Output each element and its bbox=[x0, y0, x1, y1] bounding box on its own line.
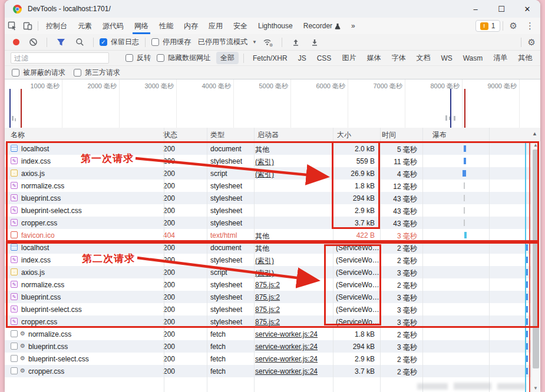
initiator-cell[interactable]: 875.js:2 bbox=[255, 293, 280, 301]
tab-性能[interactable]: 性能 bbox=[154, 18, 179, 34]
table-row[interactable]: ⚙normalize.css200fetchservice-worker.js:… bbox=[5, 328, 531, 340]
tab-安全[interactable]: 安全 bbox=[228, 18, 253, 34]
filter-chip-媒体[interactable]: 媒体 bbox=[362, 52, 385, 64]
column-header-启动器[interactable]: 启动器 bbox=[257, 130, 279, 140]
sort-ascending-icon[interactable]: ▲ bbox=[532, 131, 537, 137]
initiator-cell[interactable]: service-worker.js:24 bbox=[255, 367, 318, 376]
table-row[interactable]: ✎normalize.css200stylesheet875.js:2(Serv… bbox=[5, 278, 531, 291]
filter-chip-CSS[interactable]: CSS bbox=[313, 53, 336, 64]
network-settings-gear-icon[interactable]: ⚙ bbox=[524, 37, 540, 48]
throttling-select[interactable]: 已停用节流模式 ▼ bbox=[198, 37, 257, 47]
table-row[interactable]: favicon.ico404text/html其他422 B3 毫秒 bbox=[5, 229, 531, 241]
request-checkbox-icon[interactable] bbox=[11, 330, 18, 337]
device-toolbar-icon[interactable] bbox=[20, 19, 35, 32]
filter-chip-全部[interactable]: 全部 bbox=[216, 52, 239, 64]
waterfall-bar bbox=[464, 207, 465, 214]
filter-input[interactable] bbox=[11, 52, 109, 64]
scroll-up-icon[interactable]: ▲ bbox=[531, 141, 540, 149]
column-header-瀑布[interactable]: 瀑布 bbox=[432, 130, 447, 140]
vertical-scrollbar[interactable]: ▲ ▼ bbox=[531, 141, 540, 392]
filter-chip-清单[interactable]: 清单 bbox=[489, 52, 511, 64]
tab-控制台[interactable]: 控制台 bbox=[41, 18, 72, 34]
filter-chip-Fetch/XHR[interactable]: Fetch/XHR bbox=[249, 53, 292, 64]
window-title: DevTools - localhost:1701/ bbox=[28, 5, 111, 13]
tab-Recorder[interactable]: Recorder bbox=[298, 18, 346, 34]
preserve-log-toggle[interactable]: ✓ 保留日志 bbox=[100, 37, 139, 47]
table-row[interactable]: ⚙blueprint.css200fetchservice-worker.js:… bbox=[5, 340, 531, 353]
table-row[interactable]: ✎blueprint.css200stylesheet294 kB43 毫秒 bbox=[5, 192, 531, 204]
clear-icon[interactable] bbox=[25, 36, 41, 49]
column-header-名称[interactable]: 名称 bbox=[11, 130, 25, 140]
third-party-toggle[interactable]: 第三方请求 bbox=[74, 68, 120, 78]
request-type-chips: 全部Fetch/XHRJSCSS图片媒体字体文档WSWasm清单其他 bbox=[216, 52, 536, 64]
table-row[interactable]: ⚙cropper.css200fetchservice-worker.js:24… bbox=[5, 365, 531, 377]
tab-网络[interactable]: 网络 bbox=[129, 18, 154, 34]
request-checkbox-icon[interactable] bbox=[11, 343, 18, 350]
overview-activity-blip bbox=[445, 115, 447, 121]
initiator-cell[interactable]: service-worker.js:24 bbox=[255, 343, 318, 351]
tab-应用[interactable]: 应用 bbox=[203, 18, 228, 34]
filter-chip-WS[interactable]: WS bbox=[437, 53, 456, 64]
hide-data-urls-toggle[interactable]: 隐藏数据网址 bbox=[157, 53, 210, 63]
initiator-cell[interactable]: 875.js:2 bbox=[255, 281, 280, 289]
scroll-down-icon[interactable]: ▼ bbox=[531, 384, 540, 392]
initiator-cell[interactable]: (索引) bbox=[255, 268, 274, 278]
filter-chip-文档[interactable]: 文档 bbox=[412, 52, 434, 64]
table-row[interactable]: ⚙blueprint-select.css200fetchservice-wor… bbox=[5, 353, 531, 365]
initiator-cell[interactable]: service-worker.js:24 bbox=[255, 330, 318, 338]
column-header-类型[interactable]: 类型 bbox=[210, 130, 224, 140]
status-cell: 200 bbox=[163, 157, 175, 165]
more-tabs-button[interactable]: » bbox=[346, 18, 361, 34]
initiator-cell[interactable]: service-worker.js:24 bbox=[255, 355, 318, 363]
filter-funnel-icon[interactable] bbox=[53, 36, 68, 49]
search-icon[interactable] bbox=[72, 36, 87, 49]
filter-bar: 反转 隐藏数据网址 全部Fetch/XHRJSCSS图片媒体字体文档WSWasm… bbox=[5, 51, 540, 66]
table-row[interactable]: ·axios.js200script(索引)26.9 kB4 毫秒 bbox=[5, 167, 531, 180]
scrollbar-thumb[interactable] bbox=[533, 150, 539, 368]
blocked-requests-toggle[interactable]: 被屏蔽的请求 bbox=[12, 68, 65, 78]
record-button[interactable] bbox=[13, 39, 19, 45]
filter-chip-Wasm[interactable]: Wasm bbox=[459, 53, 487, 64]
tab-内存[interactable]: 内存 bbox=[179, 18, 203, 34]
initiator-cell[interactable]: (索引) bbox=[255, 157, 274, 167]
filter-chip-JS[interactable]: JS bbox=[294, 53, 311, 64]
filter-chip-其他[interactable]: 其他 bbox=[514, 52, 536, 64]
column-header-大小[interactable]: 大小 bbox=[337, 130, 351, 140]
column-header-状态[interactable]: 状态 bbox=[163, 130, 177, 140]
tab-label: 内存 bbox=[184, 21, 198, 31]
network-overview-timeline[interactable]: 1000 毫秒2000 毫秒3000 毫秒4000 毫秒5000 毫秒6000 … bbox=[5, 79, 540, 128]
table-row[interactable]: ✎blueprint-select.css200stylesheet875.js… bbox=[5, 303, 531, 315]
minimize-button[interactable]: – bbox=[463, 0, 488, 18]
document-file-icon bbox=[11, 244, 18, 251]
table-row[interactable]: ✎normalize.css200stylesheet1.8 kB12 毫秒 bbox=[5, 180, 531, 192]
tab-元素[interactable]: 元素 bbox=[72, 18, 97, 34]
filter-chip-图片[interactable]: 图片 bbox=[338, 52, 360, 64]
request-checkbox-icon[interactable] bbox=[11, 355, 18, 362]
table-row[interactable]: ·axios.js200script(索引)(ServiceWo…3 毫秒 bbox=[5, 266, 531, 278]
settings-gear-icon[interactable]: ⚙ bbox=[506, 21, 521, 31]
table-row[interactable]: ✎cropper.css200stylesheet875.js:2(Servic… bbox=[5, 315, 531, 328]
export-har-icon[interactable] bbox=[307, 36, 322, 49]
maximize-button[interactable]: ☐ bbox=[488, 0, 514, 18]
initiator-cell[interactable]: (索引) bbox=[255, 170, 274, 180]
initiator-cell[interactable]: 875.js:2 bbox=[255, 318, 280, 326]
filter-chip-字体[interactable]: 字体 bbox=[387, 52, 409, 64]
request-checkbox-icon[interactable] bbox=[11, 367, 18, 374]
network-conditions-icon[interactable]: ⚙ bbox=[260, 36, 276, 49]
initiator-cell[interactable]: 875.js:2 bbox=[255, 305, 280, 314]
request-name: blueprint.css bbox=[28, 343, 68, 351]
issues-badge[interactable]: ! 1 bbox=[475, 20, 500, 32]
initiator-cell[interactable]: (索引) bbox=[255, 256, 274, 266]
disable-cache-toggle[interactable]: 停用缓存 bbox=[151, 37, 191, 47]
inspect-element-icon[interactable] bbox=[5, 19, 20, 32]
table-row[interactable]: ✎cropper.css200stylesheet3.7 kB43 毫秒 bbox=[5, 217, 531, 229]
table-row[interactable]: ✎blueprint-select.css200stylesheet2.9 kB… bbox=[5, 204, 531, 217]
invert-toggle[interactable]: 反转 bbox=[125, 53, 151, 63]
import-har-icon[interactable] bbox=[288, 36, 303, 49]
kebab-menu-icon[interactable]: ⋮ bbox=[521, 21, 540, 31]
tab-Lighthouse[interactable]: Lighthouse bbox=[253, 18, 298, 34]
tab-源代码[interactable]: 源代码 bbox=[97, 18, 129, 34]
close-button[interactable]: ✕ bbox=[514, 0, 540, 18]
table-row[interactable]: ✎blueprint.css200stylesheet875.js:2(Serv… bbox=[5, 291, 531, 303]
column-header-时间[interactable]: 时间 bbox=[382, 130, 396, 140]
